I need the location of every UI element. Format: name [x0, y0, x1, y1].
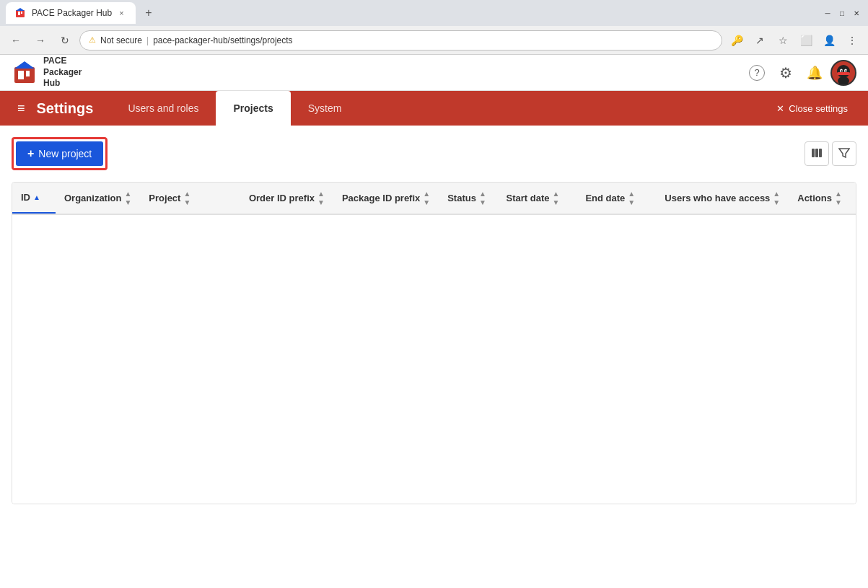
svg-rect-3 — [21, 12, 22, 14]
tab-system[interactable]: System — [291, 91, 359, 126]
tab-users-roles[interactable]: Users and roles — [110, 91, 216, 126]
ninja-avatar-icon — [832, 61, 855, 84]
filter-btn[interactable] — [832, 141, 856, 166]
new-tab-button[interactable]: + — [139, 3, 159, 23]
not-secure-label: Not secure — [100, 35, 142, 45]
app-logo-text: PACE Packager Hub — [43, 56, 82, 89]
svg-point-9 — [837, 65, 850, 78]
svg-marker-19 — [839, 149, 849, 157]
minimize-button[interactable]: ─ — [822, 7, 833, 19]
col-header-actions[interactable]: Actions ▲▼ — [789, 183, 856, 214]
content-toolbar: + New project — [12, 137, 856, 170]
header-icons: ? ⚙ 🔔 — [744, 60, 856, 86]
svg-rect-14 — [837, 72, 850, 75]
col-end-date-label: End date — [585, 193, 625, 203]
window-controls: ─ □ ✕ — [822, 7, 862, 19]
browser-view-btn[interactable]: ⬜ — [796, 30, 816, 51]
col-start-date-sort-icon: ▲▼ — [552, 190, 559, 206]
browser-frame: PACE Packager Hub × + ─ □ ✕ ← → ↻ ⚠ Not … — [0, 0, 868, 588]
svg-rect-17 — [815, 149, 818, 157]
svg-rect-18 — [819, 149, 822, 157]
settings-bar: ≡ Settings Users and roles Projects Syst… — [0, 91, 868, 126]
col-id-sort-icon: ▲ — [33, 193, 40, 201]
close-window-button[interactable]: ✕ — [851, 7, 862, 19]
settings-icon-btn[interactable]: ⚙ — [773, 60, 799, 86]
toolbar-right — [805, 141, 856, 166]
key-icon-btn[interactable]: 🔑 — [727, 30, 747, 51]
app-header: PACE Packager Hub ? ⚙ 🔔 — [0, 55, 868, 91]
tab-projects[interactable]: Projects — [216, 91, 290, 126]
new-project-button[interactable]: + New project — [16, 141, 103, 166]
share-icon-btn[interactable]: ↗ — [750, 30, 770, 51]
col-status-sort-icon: ▲▼ — [479, 190, 486, 206]
plus-icon: + — [27, 147, 34, 160]
svg-marker-5 — [14, 61, 35, 69]
col-status-label: Status — [447, 193, 476, 203]
app-container: PACE Packager Hub ? ⚙ 🔔 — [0, 55, 868, 588]
columns-icon — [811, 147, 823, 161]
svg-rect-16 — [812, 149, 815, 157]
back-button[interactable]: ← — [6, 30, 26, 51]
svg-rect-7 — [26, 71, 30, 76]
svg-point-12 — [841, 70, 842, 71]
col-id-label: ID — [21, 192, 30, 203]
maximize-button[interactable]: □ — [836, 7, 848, 19]
col-package-id-prefix-label: Package ID prefix — [342, 193, 420, 203]
address-separator: | — [146, 35, 149, 45]
new-project-label: New project — [38, 148, 92, 159]
browser-toolbar-actions: 🔑 ↗ ☆ ⬜ 👤 ⋮ — [727, 30, 862, 51]
svg-point-13 — [845, 70, 846, 71]
columns-view-btn[interactable] — [805, 141, 829, 166]
address-bar[interactable]: ⚠ Not secure | pace-packager-hub/setting… — [79, 30, 722, 51]
projects-table: ID ▲ Organization ▲▼ Project ▲▼ — [12, 182, 856, 504]
main-content: + New project — [0, 126, 868, 588]
col-header-order-id-prefix[interactable]: Order ID prefix ▲▼ — [240, 183, 333, 214]
col-header-id[interactable]: ID ▲ — [12, 183, 56, 214]
col-order-id-prefix-label: Order ID prefix — [249, 193, 315, 203]
close-x-icon: ✕ — [776, 103, 784, 114]
col-start-date-label: Start date — [506, 193, 549, 203]
browser-toolbar: ← → ↻ ⚠ Not secure | pace-packager-hub/s… — [0, 26, 868, 55]
svg-rect-2 — [18, 12, 20, 15]
app-logo: PACE Packager Hub — [12, 56, 82, 89]
col-header-status[interactable]: Status ▲▼ — [439, 183, 497, 214]
svg-rect-6 — [18, 71, 24, 79]
col-users-access-label: Users who have access — [665, 193, 770, 203]
settings-menu-icon[interactable]: ≡ — [12, 95, 31, 122]
user-avatar-btn[interactable] — [830, 60, 856, 86]
settings-title: Settings — [37, 100, 94, 117]
svg-rect-4 — [14, 67, 35, 83]
col-header-package-id-prefix[interactable]: Package ID prefix ▲▼ — [333, 183, 439, 214]
forward-button[interactable]: → — [30, 30, 51, 51]
svg-marker-1 — [16, 8, 25, 11]
gear-icon: ⚙ — [779, 64, 792, 82]
tab-close-btn[interactable]: × — [118, 7, 125, 19]
pace-logo-icon — [12, 60, 38, 86]
tab-title: PACE Packager Hub — [32, 8, 112, 18]
close-settings-label: Close settings — [789, 103, 848, 114]
reload-button[interactable]: ↻ — [55, 30, 75, 51]
filter-icon — [838, 147, 850, 161]
bookmark-icon-btn[interactable]: ☆ — [773, 30, 793, 51]
col-header-project[interactable]: Project ▲▼ — [140, 183, 240, 214]
titlebar-left: PACE Packager Hub × + — [6, 2, 819, 24]
col-header-start-date[interactable]: Start date ▲▼ — [497, 183, 577, 214]
browser-titlebar: PACE Packager Hub × + ─ □ ✕ — [0, 0, 868, 26]
profile-icon-btn[interactable]: 👤 — [819, 30, 839, 51]
col-actions-sort-icon: ▲▼ — [835, 190, 842, 206]
col-project-label: Project — [149, 193, 180, 203]
table-body — [12, 215, 856, 504]
col-end-date-sort-icon: ▲▼ — [628, 190, 635, 206]
close-settings-btn[interactable]: ✕ Close settings — [768, 97, 856, 120]
col-package-id-sort-icon: ▲▼ — [423, 190, 430, 206]
col-order-id-sort-icon: ▲▼ — [317, 190, 325, 206]
col-header-users-access[interactable]: Users who have access ▲▼ — [656, 183, 789, 214]
notifications-icon-btn[interactable]: 🔔 — [802, 60, 828, 86]
col-header-end-date[interactable]: End date ▲▼ — [577, 183, 656, 214]
tab-favicon — [14, 7, 26, 19]
new-project-btn-wrapper: + New project — [12, 137, 108, 170]
col-header-organization[interactable]: Organization ▲▼ — [56, 183, 140, 214]
browser-menu-btn[interactable]: ⋮ — [842, 30, 862, 51]
help-icon-btn[interactable]: ? — [744, 60, 770, 86]
browser-tab[interactable]: PACE Packager Hub × — [6, 2, 136, 24]
